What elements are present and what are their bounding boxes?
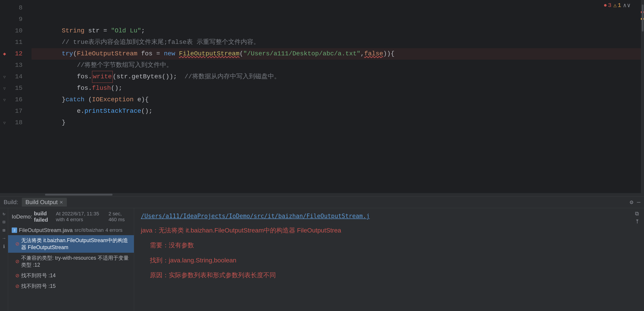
build-left-panel: IoDemo: build failed At 2022/6/17, 11:35…	[8, 208, 134, 311]
code-token: e){	[134, 94, 149, 105]
code-keyword: try	[62, 48, 73, 60]
gutter-14: ▽	[0, 71, 9, 82]
arrow-icon[interactable]: →	[2, 236, 5, 241]
line-num-11: 11	[9, 37, 22, 48]
error-row-3[interactable]: ⊘ 找不到符号 :14	[8, 270, 134, 281]
breakpoint-icon[interactable]: ◆	[3, 51, 6, 57]
code-comment: //将整个字节数组写入到文件中。	[32, 60, 172, 71]
code-line-15: fos. flush ();	[32, 82, 641, 94]
line-num-13: 13	[9, 60, 22, 71]
code-token: }	[32, 94, 66, 105]
gutter-13	[0, 60, 9, 71]
error-row-4[interactable]: ⊘ 找不到符号 :15	[8, 281, 134, 292]
code-token: fos.	[32, 71, 92, 82]
code-line-18: }	[32, 117, 641, 128]
build-panel: Build: Build Output ✕ ⚙ — ↻ ⊟ ⊞ → ℹ IoDe…	[0, 196, 644, 311]
settings-icon[interactable]: ⚙	[630, 199, 634, 206]
gutter-12: ◆	[0, 48, 9, 60]
code-comment: //将数据从内存中写入到磁盘中。	[181, 71, 280, 82]
scroll-thumb[interactable]	[642, 4, 644, 32]
gutter-18: ▽	[0, 117, 9, 128]
code-token: (	[84, 94, 92, 105]
build-status: build failed	[34, 210, 54, 223]
gutter-9	[0, 14, 9, 25]
build-summary: IoDemo: build failed At 2022/6/17, 11:35…	[8, 208, 134, 225]
code-line-17: e. printStackTrace ();	[32, 106, 641, 117]
line-num-9: 9	[9, 14, 22, 25]
editor-gutter: ◆ ▽ ▽ ▽ ▽	[0, 0, 9, 193]
fold-icon[interactable]: ▽	[4, 98, 6, 102]
code-error-token: FileOutputStream	[179, 48, 240, 60]
error-badge[interactable]: ● 3	[604, 2, 611, 9]
error-warning-badges[interactable]: ● 3 ⚠ 1 ∧ ∨	[604, 2, 630, 9]
fold-icon[interactable]: ▽	[4, 120, 6, 125]
horizontal-scrollbar[interactable]	[0, 193, 644, 196]
file-name: FileOutputStream.java	[19, 227, 73, 233]
warning-badge[interactable]: ⚠ 1	[613, 2, 621, 9]
line-num-17: 17	[9, 106, 22, 117]
code-comment: // true表示内容会追加到文件末尾;false表 示重写整个文件内容。	[32, 37, 260, 48]
error-detail-4: 原因：实际参数列表和形式参数列表长度不同	[141, 270, 637, 281]
gutter-16: ▽	[0, 94, 9, 106]
code-keyword: String	[62, 25, 84, 36]
file-path: src/it/baizhan	[74, 227, 104, 233]
code-token: fos.	[32, 82, 92, 94]
build-right-panel: ⧉ ⤒ /Users/a111/IdeaProjects/IoDemo/src/…	[134, 208, 644, 311]
code-token	[175, 48, 179, 60]
line-num-12: 12	[9, 48, 22, 60]
gutter-8	[0, 2, 9, 14]
tab-settings-area: ⚙ —	[630, 199, 640, 206]
code-editor[interactable]: String str = "Old Lu" ; // true表示内容会追加到文…	[27, 0, 641, 193]
h-scroll-thumb[interactable]	[45, 194, 112, 196]
gutter-11	[0, 37, 9, 48]
code-line-12: try ( FileOutputStream fos = new FileOut…	[32, 48, 641, 60]
build-detail: At 2022/6/17, 11:35 with 4 errors	[56, 211, 107, 222]
file-icon: J	[12, 228, 17, 233]
warning-count: 1	[618, 2, 621, 9]
line-num-10: 10	[9, 25, 22, 37]
copy-icon[interactable]: ⧉	[635, 210, 640, 217]
info-icon[interactable]: ℹ	[3, 244, 5, 249]
build-content: ↻ ⊟ ⊞ → ℹ IoDemo: build failed At 2022/6…	[0, 208, 644, 311]
code-error-token: false	[364, 48, 383, 60]
code-token: }	[32, 117, 66, 128]
line-num-14: 14	[9, 71, 22, 82]
error-row-1[interactable]: ⊘ 无法将类 it.baizhan.FileOutputStream中的构造器 …	[8, 235, 134, 253]
error-detail-1: java：无法将类 it.baizhan.FileOutputStream中的构…	[141, 225, 637, 236]
line-num-8: 8	[9, 2, 22, 14]
fold-icon[interactable]: ▽	[4, 74, 6, 80]
scroll-top-icon[interactable]: ⤒	[635, 218, 640, 225]
file-path-link[interactable]: /Users/a111/IdeaProjects/IoDemo/src/it/b…	[141, 213, 637, 220]
filter-icon[interactable]: ⊟	[2, 219, 5, 225]
navigation-chevrons[interactable]: ∧ ∨	[623, 2, 630, 9]
expand-icon[interactable]: ⊞	[2, 228, 5, 233]
tab-close-button[interactable]: ✕	[60, 200, 63, 205]
code-token: ();	[141, 106, 152, 117]
gutter-17	[0, 106, 9, 117]
left-icons-strip: ↻ ⊟ ⊞ → ℹ	[0, 208, 8, 311]
chevron-down-icon[interactable]: ∨	[627, 2, 630, 9]
line-numbers: 8 9 10 11 12 13 14 15 16 17 18	[9, 0, 27, 193]
code-token	[32, 48, 62, 60]
error-text-2: 不兼容的类型: try-with-resources 不适用于变量类型 :12	[21, 254, 130, 268]
build-output-tab[interactable]: Build Output ✕	[22, 198, 67, 206]
project-name: IoDemo:	[12, 214, 32, 220]
code-token: (	[240, 48, 243, 60]
editor-scrollbar[interactable]	[641, 0, 644, 193]
chevron-up-icon[interactable]: ∧	[623, 2, 627, 9]
error-circle-icon: ⊘	[15, 241, 19, 247]
sync-icon[interactable]: ↻	[2, 211, 5, 216]
error-text-3: 找不到符号 :14	[21, 272, 56, 279]
code-method: flush	[92, 82, 111, 94]
code-line-9	[32, 14, 641, 25]
code-token: (	[73, 48, 77, 60]
error-row-2[interactable]: ⊘ 不兼容的类型: try-with-resources 不适用于变量类型 :1…	[8, 253, 134, 270]
error-count: 3	[608, 2, 612, 9]
code-token: e.	[32, 106, 84, 117]
fold-icon[interactable]: ▽	[4, 86, 6, 91]
gutter-10	[0, 25, 9, 37]
error-text-1: 无法将类 it.baizhan.FileOutputStream中的构造器 Fi…	[21, 237, 130, 251]
minimize-icon[interactable]: —	[637, 199, 640, 206]
code-keyword: IOException	[92, 94, 134, 105]
code-string: "Old Lu"	[111, 25, 141, 36]
